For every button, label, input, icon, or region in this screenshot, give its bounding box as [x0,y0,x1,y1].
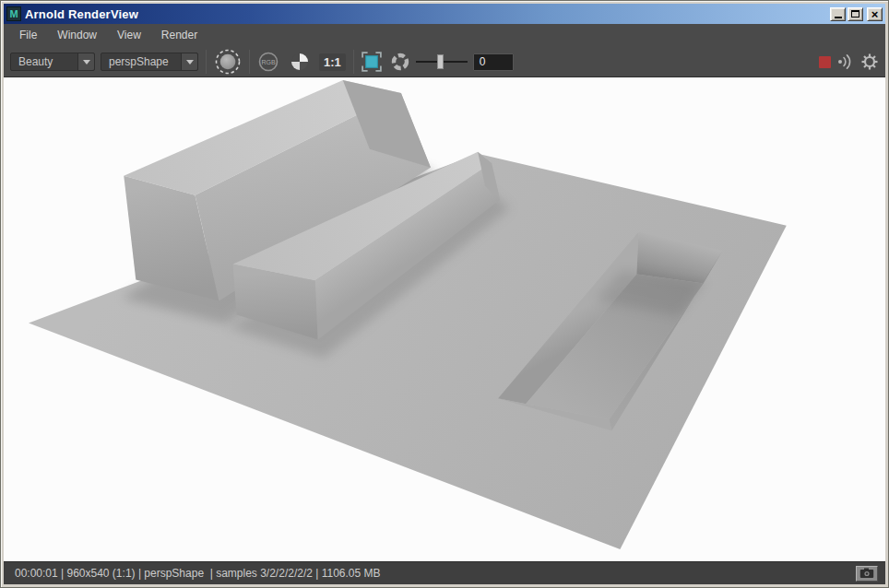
menu-render[interactable]: Render [151,24,207,47]
render-button[interactable] [214,48,242,76]
chevron-down-icon[interactable] [181,53,197,70]
svg-text:RGB: RGB [261,59,276,65]
broadcast-icon [836,53,855,71]
gear-icon [860,53,879,71]
aov-dropdown[interactable]: Beauty [10,53,95,71]
aperture-icon [390,52,410,72]
render-icon [214,48,242,76]
menu-view[interactable]: View [107,24,151,47]
settings-button[interactable] [860,53,879,71]
toolbar: Beauty perspShape RGB [4,47,885,76]
render-scene [4,77,885,561]
maximize-icon [851,10,859,18]
rgb-channels-button[interactable]: RGB [257,51,279,73]
toolbar-separator [353,50,354,74]
aov-dropdown-value: Beauty [11,55,77,68]
maximize-button[interactable] [848,7,863,21]
rgb-icon: RGB [257,51,279,73]
abort-render-button[interactable] [819,56,831,68]
minimize-button[interactable] [830,7,846,21]
window-controls: × [830,7,883,21]
status-bar: 00:00:01 | 960x540 (1:1) | perspShape | … [4,562,885,584]
toolbar-separator [249,50,250,74]
alpha-checker-button[interactable] [290,53,309,71]
region-render-button[interactable] [362,52,382,72]
arnold-renderview-window: M Arnold RenderView × File Window View R… [0,0,889,588]
camera-dropdown-value: perspShape [101,55,181,68]
render-stats-text: 00:00:01 | 960x540 (1:1) | perspShape | … [15,567,856,580]
close-icon: × [871,9,879,19]
camera-dropdown[interactable]: perspShape [101,53,198,71]
chevron-down-icon[interactable] [77,53,94,70]
slider-handle[interactable] [437,54,444,69]
camera-icon [859,568,874,579]
crop-region-icon [362,52,382,72]
zoom-ratio-button[interactable]: 1:1 [319,53,346,71]
close-button[interactable]: × [867,7,883,21]
exposure-slider[interactable] [416,53,468,71]
menu-window[interactable]: Window [47,24,107,47]
ipr-broadcast-button[interactable] [836,53,855,71]
menu-file[interactable]: File [9,24,47,47]
exposure-value-field[interactable]: 0 [473,53,514,71]
render-viewport[interactable] [4,76,885,562]
minimize-icon [835,17,842,18]
aperture-button[interactable] [390,52,410,72]
snapshot-button[interactable] [856,566,878,582]
window-title: Arnold RenderView [25,7,826,21]
menu-bar: File Window View Render [4,24,885,47]
toolbar-separator [206,50,207,74]
maya-app-icon: M [6,6,21,21]
title-bar[interactable]: M Arnold RenderView × [4,4,885,24]
checker-icon [290,53,309,71]
